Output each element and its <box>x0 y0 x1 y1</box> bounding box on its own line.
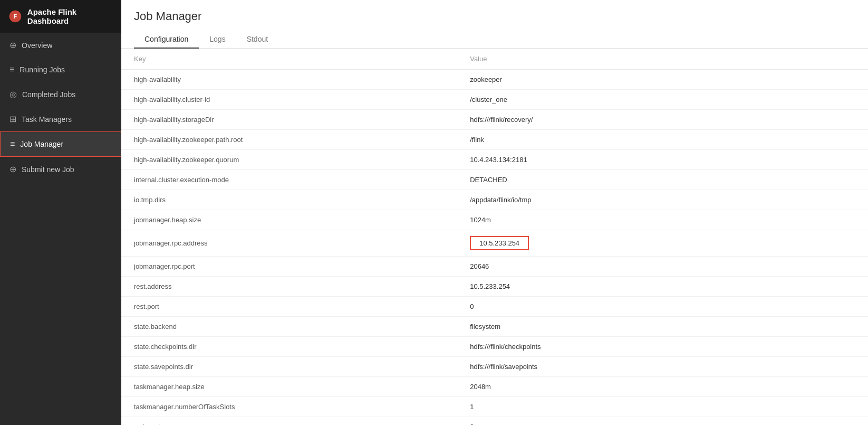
table-row: state.checkpoints.dirhdfs:///flink/check… <box>121 337 868 357</box>
sidebar: F Apache Flink Dashboard ⊕ Overview ≡ Ru… <box>0 0 121 425</box>
table-cell-key: taskmanager.heap.size <box>121 377 457 397</box>
table-cell-value: 2048m <box>457 377 868 397</box>
table-cell-key: state.checkpoints.dir <box>121 337 457 357</box>
table-cell-key: high-availability.storageDir <box>121 110 457 130</box>
sidebar-item-job-manager[interactable]: ≡ Job Manager <box>0 131 121 157</box>
col-header-value: Value <box>457 49 868 70</box>
table-cell-value: 1 <box>457 397 868 417</box>
table-cell-key: internal.cluster.execution-mode <box>121 170 457 190</box>
table-cell-key: jobmanager.rpc.address <box>121 230 457 257</box>
page-header: Job Manager Configuration Logs Stdout <box>121 0 868 49</box>
table-cell-key: io.tmp.dirs <box>121 190 457 210</box>
table-row: jobmanager.rpc.port20646 <box>121 257 868 277</box>
content-area: Key Value high-availabilityzookeeperhigh… <box>121 49 868 425</box>
table-row: jobmanager.rpc.address10.5.233.254 <box>121 230 868 257</box>
sidebar-label-submit-job: Submit new Job <box>22 165 74 174</box>
app-title: Apache Flink Dashboard <box>27 7 113 25</box>
table-row: web.port0 <box>121 417 868 426</box>
table-cell-key: state.backend <box>121 317 457 337</box>
sidebar-item-overview[interactable]: ⊕ Overview <box>0 33 121 58</box>
highlighted-value: 10.5.233.254 <box>470 236 529 250</box>
table-row: high-availabilityzookeeper <box>121 70 868 90</box>
table-cell-key: high-availability.zookeeper.quorum <box>121 150 457 170</box>
table-body: high-availabilityzookeeperhigh-availabil… <box>121 70 868 426</box>
table-cell-key: state.savepoints.dir <box>121 357 457 377</box>
table-cell-value: 0 <box>457 297 868 317</box>
tab-stdout[interactable]: Stdout <box>236 31 278 49</box>
table-row: high-availability.storageDirhdfs:///flin… <box>121 110 868 130</box>
config-table: Key Value high-availabilityzookeeperhigh… <box>121 49 868 425</box>
table-cell-value: /appdata/flink/io/tmp <box>457 190 868 210</box>
table-cell-value: 10.4.243.134:2181 <box>457 150 868 170</box>
table-cell-key: high-availability.cluster-id <box>121 90 457 110</box>
table-cell-value: /cluster_one <box>457 90 868 110</box>
completed-jobs-icon: ◎ <box>9 89 17 99</box>
table-cell-key: taskmanager.numberOfTaskSlots <box>121 397 457 417</box>
table-cell-value: 0 <box>457 417 868 426</box>
tab-configuration[interactable]: Configuration <box>134 31 199 49</box>
table-row: internal.cluster.execution-modeDETACHED <box>121 170 868 190</box>
table-cell-value: DETACHED <box>457 170 868 190</box>
table-cell-key: rest.port <box>121 297 457 317</box>
sidebar-label-overview: Overview <box>22 41 52 50</box>
table-cell-value: 20646 <box>457 257 868 277</box>
table-row: jobmanager.heap.size1024m <box>121 210 868 230</box>
sidebar-header: F Apache Flink Dashboard <box>0 0 121 33</box>
table-cell-key: jobmanager.heap.size <box>121 210 457 230</box>
running-jobs-icon: ≡ <box>9 65 14 74</box>
table-row: state.savepoints.dirhdfs:///flink/savepo… <box>121 357 868 377</box>
sidebar-item-task-managers[interactable]: ⊞ Task Managers <box>0 107 121 131</box>
submit-job-icon: ⊕ <box>9 164 16 174</box>
table-row: taskmanager.numberOfTaskSlots1 <box>121 397 868 417</box>
table-row: high-availability.cluster-id/cluster_one <box>121 90 868 110</box>
table-row: high-availability.zookeeper.quorum10.4.2… <box>121 150 868 170</box>
table-row: state.backendfilesystem <box>121 317 868 337</box>
table-cell-value: /flink <box>457 130 868 150</box>
table-row: taskmanager.heap.size2048m <box>121 377 868 397</box>
sidebar-item-running-jobs[interactable]: ≡ Running Jobs <box>0 58 121 82</box>
flink-logo-icon: F <box>8 9 22 24</box>
table-row: rest.port0 <box>121 297 868 317</box>
table-cell-value: 10.5.233.254 <box>457 230 868 257</box>
col-header-key: Key <box>121 49 457 70</box>
sidebar-item-submit-job[interactable]: ⊕ Submit new Job <box>0 157 121 182</box>
table-row: io.tmp.dirs/appdata/flink/io/tmp <box>121 190 868 210</box>
job-manager-icon: ≡ <box>10 139 15 149</box>
task-managers-icon: ⊞ <box>9 114 16 124</box>
table-cell-key: rest.address <box>121 277 457 297</box>
sidebar-item-completed-jobs[interactable]: ◎ Completed Jobs <box>0 82 121 107</box>
table-cell-value: hdfs:///flink/recovery/ <box>457 110 868 130</box>
table-cell-value: 10.5.233.254 <box>457 277 868 297</box>
sidebar-label-task-managers: Task Managers <box>22 115 72 124</box>
table-cell-key: web.port <box>121 417 457 426</box>
table-row: high-availability.zookeeper.path.root/fl… <box>121 130 868 150</box>
table-cell-key: high-availability <box>121 70 457 90</box>
table-cell-key: high-availability.zookeeper.path.root <box>121 130 457 150</box>
table-cell-key: jobmanager.rpc.port <box>121 257 457 277</box>
svg-text:F: F <box>14 14 17 20</box>
table-cell-value: zookeeper <box>457 70 868 90</box>
table-cell-value: filesystem <box>457 317 868 337</box>
table-cell-value: hdfs:///flink/checkpoints <box>457 337 868 357</box>
overview-icon: ⊕ <box>9 40 16 50</box>
sidebar-label-completed-jobs: Completed Jobs <box>22 90 75 99</box>
sidebar-nav: ⊕ Overview ≡ Running Jobs ◎ Completed Jo… <box>0 33 121 182</box>
main-content: Job Manager Configuration Logs Stdout Ke… <box>121 0 868 425</box>
page-title: Job Manager <box>134 10 855 23</box>
tab-bar: Configuration Logs Stdout <box>134 31 855 48</box>
table-row: rest.address10.5.233.254 <box>121 277 868 297</box>
table-cell-value: hdfs:///flink/savepoints <box>457 357 868 377</box>
tab-logs[interactable]: Logs <box>199 31 236 49</box>
sidebar-label-running-jobs: Running Jobs <box>20 65 65 74</box>
sidebar-label-job-manager: Job Manager <box>20 140 63 148</box>
table-cell-value: 1024m <box>457 210 868 230</box>
